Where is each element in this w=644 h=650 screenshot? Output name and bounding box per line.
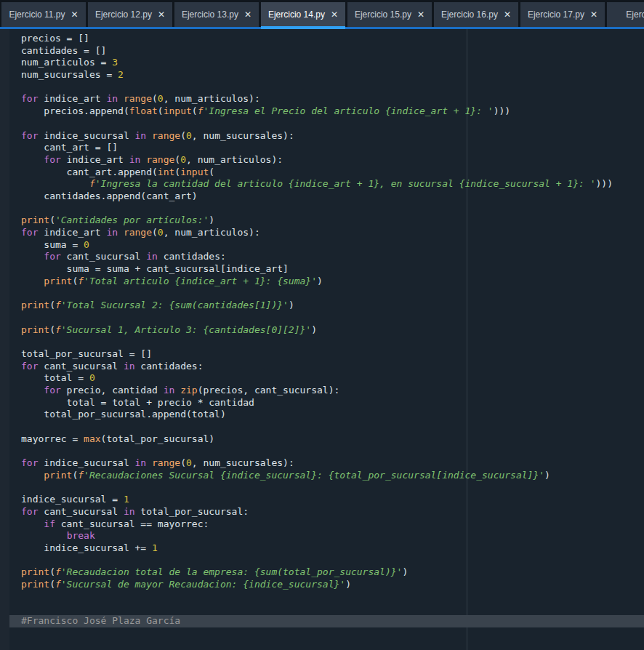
code-token: for [21,457,38,468]
code-line[interactable]: for indice_sucursal in range(0, num_sucu… [9,130,644,143]
code-line[interactable]: for cant_sucursal in cantidades: [9,361,644,373]
code-token: print [44,276,72,286]
code-token: cantidades = [] [21,45,106,56]
code-line[interactable]: total = 0 [9,372,644,385]
code-token: for [21,361,38,372]
tab-label: Ejercicio 14.py [268,9,325,20]
code-line[interactable]: print(f'Total Sucursal 2: {sum(cantidade… [9,300,644,312]
code-line[interactable]: for indice_art in range(0, num_articulos… [9,93,644,105]
code-line[interactable] [9,287,644,300]
editor-tab-3[interactable]: Ejercicio 14.py✕ [261,2,345,27]
code-token: cantidades: [158,251,226,262]
code-line[interactable]: suma = suma + cant_sucursal[indice_art] [9,263,644,276]
code-line[interactable] [9,312,644,324]
code-token: 3 [112,57,118,68]
code-line[interactable]: precios = [] [9,33,644,45]
code-line[interactable]: for indice_sucursal in range(0, num_sucu… [9,457,644,470]
editor-tab-6[interactable]: Ejercicio 17.py✕ [520,2,605,27]
code-token: ( [158,105,164,116]
code-token: input [164,105,192,116]
code-line[interactable]: for indice_art in range(0, num_articulos… [9,227,644,239]
code-token: 'Ingresa la cantidad del articulo {indic… [95,178,596,189]
code-line[interactable]: cantidades.append(cant_art) [9,190,644,203]
tab-close-icon[interactable]: ✕ [71,10,79,19]
tab-label: Ejercicio 17.py [528,9,584,20]
code-token: for [21,506,38,517]
code-token: f [55,300,61,310]
code-line[interactable]: cant_art = [] [9,142,644,154]
code-token: ( [49,214,55,225]
code-line[interactable] [9,481,644,494]
code-line[interactable]: for cant_sucursal in total_por_sucursal: [9,506,644,518]
code-line[interactable]: for cant_sucursal in cantidades: [9,251,644,263]
code-line[interactable] [9,81,644,94]
editor-tab-2[interactable]: Ejercicio 13.py✕ [174,2,259,27]
code-line[interactable] [9,203,644,215]
code-line[interactable]: print(f'Sucursal de mayor Recaudacion: {… [9,579,644,591]
code-line[interactable]: precios.append(float(input(f'Ingresa el … [9,105,644,118]
code-token [21,276,44,286]
code-token: for [44,385,60,396]
code-token: suma = [21,239,84,250]
editor-tab-7[interactable]: Ejercicio✕ [607,2,644,27]
code-line[interactable]: total = total + precio * cantidad [9,397,644,409]
code-line[interactable]: print('Cantidades por artículos:') [9,214,644,227]
code-token: cantidades: [135,361,204,372]
code-line[interactable] [9,555,644,567]
code-token: total = [21,372,89,383]
code-token: 1 [124,494,129,505]
code-line[interactable]: indice_sucursal = 1 [9,494,644,506]
tab-label: Ejercicio [626,9,644,20]
code-line[interactable]: for indice_art in range(0, num_articulos… [9,154,644,166]
code-token: num_articulos = [21,57,112,68]
tab-close-icon[interactable]: ✕ [158,10,165,19]
code-token [174,385,180,396]
code-line[interactable]: cant_art.append(int(input( [9,166,644,179]
code-line[interactable]: break [9,530,644,542]
code-line[interactable] [9,421,644,433]
code-line[interactable] [9,603,644,615]
code-token: ( [49,566,55,577]
code-line[interactable] [9,118,644,130]
code-line[interactable]: if cant_sucursal == mayorrec: [9,518,644,531]
code-token: indice_art [38,227,106,238]
code-line[interactable] [9,336,644,348]
tab-close-icon[interactable]: ✕ [244,10,251,19]
code-line[interactable] [9,591,644,603]
tab-label: Ejercicio 15.py [355,9,411,20]
code-line-current[interactable]: #Francisco José Plaza García [9,615,644,627]
code-line[interactable]: suma = 0 [9,239,644,252]
code-token: in [106,227,118,238]
tab-close-icon[interactable]: ✕ [417,10,424,19]
code-token: 'Recaudaciones Sucursal {indice_sucursal… [84,470,544,481]
tab-close-icon[interactable]: ✕ [331,10,338,19]
code-token: range [152,130,180,141]
tab-close-icon[interactable]: ✕ [504,10,511,19]
editor-tab-0[interactable]: Ejercicio 11.py✕ [1,2,86,27]
editor-tab-1[interactable]: Ejercicio 12.py✕ [88,2,172,27]
code-token: in [106,93,118,104]
code-line[interactable]: print(f'Total articulo {indice_art + 1}:… [9,276,644,288]
editor-tab-4[interactable]: Ejercicio 15.py✕ [347,2,432,27]
code-line[interactable]: mayorrec = max(total_por_sucursal) [9,433,644,446]
code-line[interactable]: cantidades = [] [9,45,644,57]
code-editor[interactable]: precios = []cantidades = []num_articulos… [0,29,644,650]
code-line[interactable]: total_por_sucursal = [] [9,348,644,361]
tab-close-icon[interactable]: ✕ [590,10,597,19]
code-line[interactable]: print(f'Recaudaciones Sucursal {indice_s… [9,470,644,482]
code-line[interactable]: num_articulos = 3 [9,57,644,69]
code-line[interactable]: indice_sucursal += 1 [9,542,644,555]
code-line[interactable]: f'Ingresa la cantidad del articulo {indi… [9,178,644,190]
code-token: total = total + precio * cantidad [21,397,254,408]
code-line[interactable]: num_sucursales = 2 [9,69,644,81]
code-token: in [164,385,175,396]
code-line[interactable]: total_por_sucursal.append(total) [9,409,644,421]
code-line[interactable]: print(f'Sucursal 1, Articulo 3: {cantida… [9,324,644,337]
code-line[interactable] [9,445,644,457]
editor-tab-5[interactable]: Ejercicio 16.py✕ [434,2,518,27]
code-token: 'Total articulo {indice_art + 1}: {suma}… [84,276,317,286]
code-token: f [55,324,61,335]
code-line[interactable]: print(f'Recaudacion total de la empresa:… [9,566,644,579]
code-area[interactable]: precios = []cantidades = []num_articulos… [9,33,644,650]
code-line[interactable]: for precio, cantidad in zip(precios, can… [9,385,644,397]
